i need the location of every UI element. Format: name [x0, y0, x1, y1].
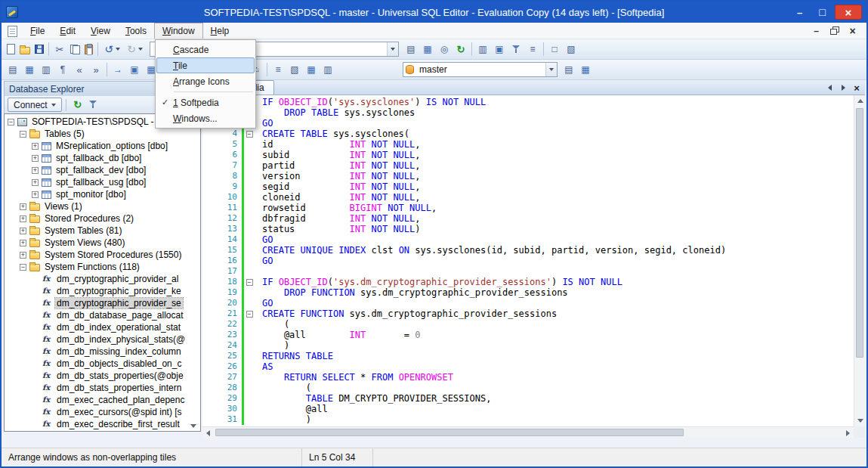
- export-script-button[interactable]: [403, 41, 419, 57]
- code-line[interactable]: 11rowsetid BIGINT NOT NULL,: [202, 203, 854, 213]
- tree-scroll-down-button[interactable]: [188, 421, 199, 430]
- fold-collapse-icon[interactable]: −: [246, 131, 253, 138]
- mdi-minimize-button[interactable]: [808, 24, 824, 37]
- expand-icon[interactable]: +: [32, 179, 39, 186]
- menu-item-arrange-icons[interactable]: Arrange Icons: [156, 73, 255, 89]
- collapse-icon[interactable]: −: [20, 264, 26, 271]
- code-line[interactable]: 15CREATE UNIQUE INDEX clst ON sys.sysclo…: [202, 245, 854, 256]
- tab-close-button[interactable]: [851, 82, 863, 94]
- tree-item[interactable]: +spt_monitor [dbo]: [5, 188, 200, 200]
- expand-icon[interactable]: +: [20, 215, 26, 222]
- group-by-button[interactable]: [270, 61, 286, 78]
- undo-button[interactable]: [100, 41, 123, 57]
- code-line[interactable]: 22 (: [202, 319, 854, 330]
- tree-item[interactable]: dm_db_database_page_allocat: [5, 309, 200, 321]
- tab-scroll-right-button[interactable]: [837, 82, 849, 94]
- code-line[interactable]: 2 DROP TABLE sys.sysclones: [202, 107, 854, 118]
- tree-item[interactable]: dm_exec_cursors(@spid int) [s: [5, 406, 200, 418]
- scroll-down-icon[interactable]: [854, 415, 866, 426]
- code-line[interactable]: 19 DROP FUNCTION sys.dm_cryptographic_pr…: [202, 287, 854, 298]
- collapse-icon[interactable]: −: [20, 131, 26, 138]
- tree-item[interactable]: +Views (1): [5, 200, 200, 212]
- design-table-button[interactable]: [419, 41, 436, 57]
- dropdown-caret-icon[interactable]: [137, 43, 144, 55]
- code-line[interactable]: 6subid INT NOT NULL,: [202, 150, 854, 160]
- tree-item[interactable]: dm_db_stats_properties(@obje: [5, 370, 200, 382]
- code-line[interactable]: 8version INT NOT NULL,: [202, 171, 854, 181]
- tree-item[interactable]: +Stored Procedures (2): [5, 212, 200, 225]
- expand-icon[interactable]: +: [32, 155, 39, 162]
- tree-item[interactable]: dm_exec_cached_plan_depenc: [5, 394, 200, 406]
- code-line[interactable]: 29 TABLE DM_CRYPTO_PROVIDER_SESSIONS,: [202, 393, 854, 404]
- tree-item[interactable]: +spt_fallback_usg [dbo]: [5, 176, 200, 188]
- horizontal-scrollbar[interactable]: [202, 426, 854, 438]
- highlight-sql-button[interactable]: [491, 41, 508, 57]
- save-button[interactable]: [32, 41, 46, 57]
- dropdown-caret-icon[interactable]: [115, 43, 121, 55]
- code-line[interactable]: 28 (: [202, 383, 854, 393]
- arrange-windows-button[interactable]: [320, 61, 336, 78]
- word-wrap-button[interactable]: [54, 61, 71, 78]
- open-web-button[interactable]: [436, 41, 453, 57]
- tree-item[interactable]: +spt_fallback_db [dbo]: [5, 152, 200, 164]
- redo-button[interactable]: [123, 41, 146, 57]
- expand-icon[interactable]: +: [20, 228, 26, 234]
- minimize-button[interactable]: [789, 5, 810, 20]
- code-line[interactable]: 12dbfragid INT NOT NULL,: [202, 213, 854, 224]
- code-line[interactable]: 3GO: [202, 118, 854, 129]
- code-line[interactable]: 21−CREATE FUNCTION sys.dm_cryptographic_…: [202, 308, 854, 319]
- menu-item-windows[interactable]: Windows...: [156, 110, 255, 126]
- menu-help[interactable]: Help: [203, 23, 237, 39]
- goto-bookmark-button[interactable]: [110, 61, 126, 78]
- scroll-up-icon[interactable]: [854, 95, 866, 107]
- outdent-button[interactable]: [71, 61, 88, 78]
- split-editor-button[interactable]: [474, 41, 491, 57]
- new-tab-group-button[interactable]: [546, 41, 563, 57]
- menu-item-1-softpedia[interactable]: ✓1 Softpedia: [156, 95, 255, 110]
- expand-icon[interactable]: +: [32, 167, 39, 174]
- open-folder-button[interactable]: [17, 41, 32, 57]
- menu-edit[interactable]: Edit: [52, 23, 83, 39]
- tree-item[interactable]: dm_db_stats_properties_intern: [5, 382, 200, 394]
- menu-window[interactable]: Window: [154, 23, 203, 39]
- tree-item[interactable]: +MSreplication_options [dbo]: [5, 140, 200, 152]
- expand-icon[interactable]: +: [32, 191, 39, 198]
- refresh-button[interactable]: [70, 98, 85, 112]
- code-line[interactable]: 18−IF OBJECT_ID('sys.dm_cryptographic_pr…: [202, 277, 854, 287]
- tab-scroll-left-button[interactable]: [823, 82, 836, 94]
- code-line[interactable]: 23 @all INT = 0: [202, 330, 854, 340]
- new-session-button[interactable]: [5, 61, 21, 78]
- tree-item[interactable]: dm_cryptographic_provider_ke: [5, 285, 200, 297]
- code-line[interactable]: 5id INT NOT NULL,: [202, 139, 854, 150]
- code-line[interactable]: 25RETURNS TABLE: [202, 351, 854, 361]
- compare-schemas-button[interactable]: [561, 61, 577, 78]
- horizontal-scroll-thumb[interactable]: [215, 429, 684, 436]
- code-line[interactable]: 30 @all: [202, 404, 854, 414]
- expand-icon[interactable]: +: [20, 252, 26, 259]
- code-line[interactable]: 27 RETURN SELECT * FROM OPENROWSET: [202, 372, 854, 383]
- code-line[interactable]: 7partid INT NOT NULL,: [202, 160, 854, 171]
- menu-tools[interactable]: Tools: [118, 23, 154, 39]
- new-file-button[interactable]: [5, 41, 17, 57]
- code-line[interactable]: 26AS: [202, 361, 854, 372]
- vertical-scroll-thumb[interactable]: [856, 108, 863, 358]
- menu-view[interactable]: View: [83, 23, 118, 39]
- tree-item[interactable]: +spt_fallback_dev [dbo]: [5, 164, 200, 176]
- indent-button[interactable]: [88, 61, 104, 78]
- code-area[interactable]: 1−IF OBJECT_ID('sys.sysclones') IS NOT N…: [202, 95, 854, 426]
- maximize-button[interactable]: [812, 5, 832, 20]
- cascade-windows-button[interactable]: [286, 61, 303, 78]
- code-line[interactable]: 17: [202, 266, 854, 277]
- database-diagram-button[interactable]: [577, 61, 594, 78]
- export-results-button[interactable]: [38, 61, 54, 78]
- tree-item[interactable]: −Tables (5): [5, 128, 200, 140]
- scroll-right-icon[interactable]: [842, 427, 854, 439]
- paste-button[interactable]: [82, 41, 95, 57]
- cut-button[interactable]: [51, 41, 68, 57]
- menu-file[interactable]: File: [23, 23, 52, 39]
- menu-item-tile[interactable]: Tile: [156, 57, 255, 73]
- expand-icon[interactable]: +: [20, 240, 26, 246]
- mdi-restore-button[interactable]: [826, 24, 842, 37]
- window-manager-button[interactable]: [563, 41, 579, 57]
- combo-dropdown-icon[interactable]: [387, 42, 398, 56]
